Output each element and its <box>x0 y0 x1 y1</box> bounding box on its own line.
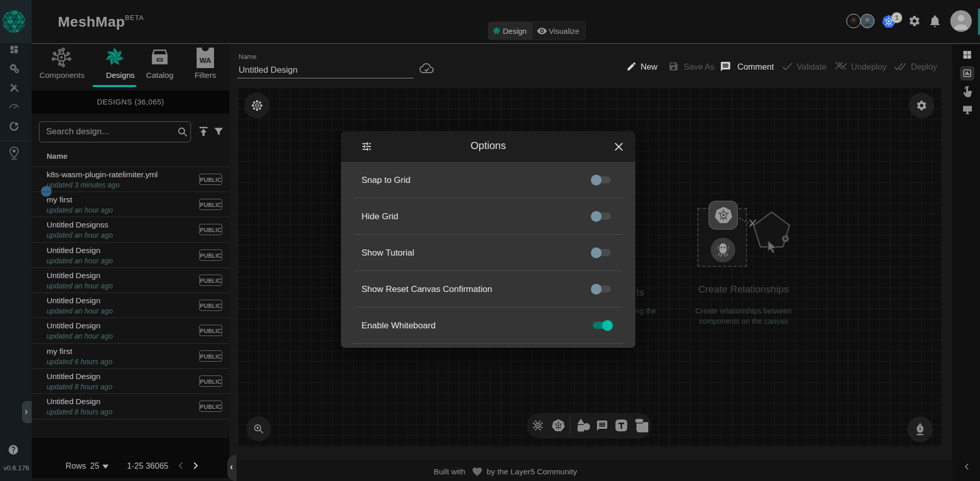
svg-text:WA: WA <box>200 56 211 65</box>
